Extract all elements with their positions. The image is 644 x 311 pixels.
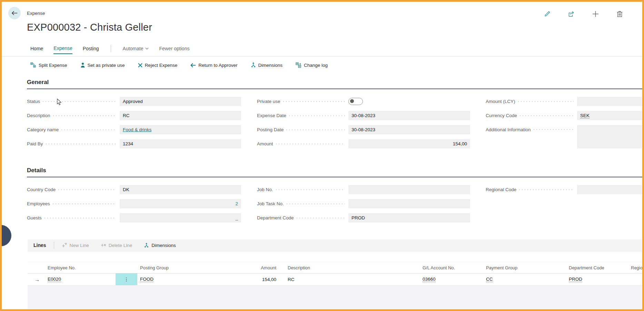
delete-line-button[interactable]: Delete Line bbox=[101, 243, 132, 248]
page-title: EXP000032 - Christa Geller bbox=[27, 22, 152, 33]
cell-description[interactable]: RC bbox=[288, 277, 295, 282]
job-no-field[interactable] bbox=[348, 185, 470, 194]
return-to-approver-button[interactable]: Return to Approver bbox=[190, 63, 237, 68]
additional-information-field[interactable] bbox=[577, 125, 644, 148]
field-employees: Employees 2 bbox=[27, 199, 241, 208]
col-amount[interactable]: Amount bbox=[221, 265, 276, 270]
cell-payment-group[interactable]: CC bbox=[486, 277, 493, 282]
tab-divider bbox=[111, 45, 111, 52]
col-posting-group[interactable]: Posting Group bbox=[140, 265, 169, 270]
tab-automate[interactable]: Automate bbox=[123, 46, 149, 54]
field-regional-code: Regional Code bbox=[486, 185, 644, 194]
lines-grid-gap bbox=[28, 251, 642, 262]
chevron-down-icon bbox=[145, 48, 149, 50]
field-country-code: Country Code DK bbox=[27, 185, 241, 194]
amount-lcy-field[interactable] bbox=[577, 97, 644, 106]
current-row-indicator-icon: → bbox=[34, 277, 40, 282]
field-description: Description RC bbox=[27, 111, 241, 120]
arrow-left-icon bbox=[190, 63, 196, 68]
lines-empty-area bbox=[28, 286, 642, 309]
cell-department-code[interactable]: PROD bbox=[569, 277, 582, 282]
lines-toolbar: Lines New Line Delete Line bbox=[28, 239, 642, 251]
dimensions-icon bbox=[251, 62, 256, 68]
field-additional-information: Additional Information bbox=[486, 125, 644, 148]
back-button[interactable] bbox=[8, 7, 21, 19]
guests-drilldown[interactable]: _ bbox=[235, 215, 238, 220]
field-expense-date: Expense Date 30-08-2023 bbox=[257, 111, 470, 120]
details-section-title: Details bbox=[27, 167, 46, 174]
currency-code-field[interactable]: SEK bbox=[577, 111, 644, 120]
lines-grid-header: Employee No. Posting Group Amount Descri… bbox=[28, 262, 642, 273]
amount-field[interactable]: 154,00 bbox=[348, 139, 470, 148]
employees-drilldown[interactable]: 2 bbox=[235, 201, 238, 206]
tab-posting[interactable]: Posting bbox=[83, 46, 99, 54]
job-task-no-field[interactable] bbox=[348, 199, 470, 208]
currency-code-lookup[interactable]: SEK bbox=[580, 113, 589, 118]
regional-code-field[interactable] bbox=[577, 185, 644, 194]
side-panel-handle[interactable]: ⤢ bbox=[0, 225, 11, 246]
col-department-code[interactable]: Department Code bbox=[569, 265, 604, 270]
cell-employee-no[interactable]: E0020 bbox=[48, 277, 61, 282]
tab-expense[interactable]: Expense bbox=[53, 45, 72, 54]
new-line-icon bbox=[62, 243, 67, 248]
reject-expense-button[interactable]: Reject Expense bbox=[138, 63, 178, 68]
field-category-name: Category name Food & drinks bbox=[27, 125, 241, 134]
field-amount-lcy: Amount (LCY) bbox=[486, 97, 644, 106]
col-gl-account-no[interactable]: G/L Account No. bbox=[423, 265, 455, 270]
dimensions-button[interactable]: Dimensions bbox=[251, 62, 283, 68]
col-payment-group[interactable]: Payment Group bbox=[486, 265, 517, 270]
col-regional-code[interactable]: Regional Code bbox=[631, 265, 644, 270]
change-log-button[interactable]: Change log bbox=[296, 62, 328, 68]
edit-pencil-icon[interactable] bbox=[543, 10, 551, 18]
category-name-field[interactable]: Food & drinks bbox=[120, 125, 241, 134]
private-use-toggle[interactable] bbox=[348, 98, 363, 105]
field-currency-code: Currency Code SEK bbox=[486, 111, 644, 120]
tab-fewer-options[interactable]: Fewer options bbox=[159, 46, 189, 54]
field-job-task-no: Job Task No. bbox=[257, 199, 470, 208]
employees-field[interactable]: 2 bbox=[120, 199, 241, 208]
expense-date-field[interactable]: 30-08-2023 bbox=[348, 111, 470, 120]
share-icon[interactable] bbox=[567, 10, 575, 18]
field-posting-date: Posting Date 30-08-2023 bbox=[257, 125, 470, 134]
general-section-title: General bbox=[27, 79, 49, 85]
cell-posting-group[interactable]: FOOD bbox=[140, 277, 153, 282]
category-name-link[interactable]: Food & drinks bbox=[123, 127, 151, 132]
delete-line-icon bbox=[101, 243, 106, 248]
col-description[interactable]: Description bbox=[288, 265, 310, 270]
cell-amount[interactable]: 154,00 bbox=[221, 277, 276, 282]
add-plus-icon[interactable] bbox=[592, 10, 599, 18]
country-code-field[interactable]: DK bbox=[120, 185, 241, 194]
new-line-button[interactable]: New Line bbox=[62, 243, 89, 248]
split-expense-button[interactable]: Split Expense bbox=[30, 62, 67, 68]
action-bar: Split Expense Set as private use Reject … bbox=[30, 60, 328, 70]
description-field[interactable]: RC bbox=[120, 111, 241, 120]
cell-gl-account-no[interactable]: 03660 bbox=[423, 277, 436, 282]
row-ellipsis-menu[interactable]: ⋮ bbox=[116, 273, 137, 285]
breadcrumb-caption: Expense bbox=[27, 11, 45, 16]
field-private-use: Private use bbox=[257, 97, 470, 106]
field-department-code: Department Code PROD bbox=[257, 213, 470, 222]
field-guests: Guests _ bbox=[27, 213, 241, 222]
change-log-icon bbox=[296, 62, 301, 68]
line-dimensions-button[interactable]: Dimensions bbox=[144, 243, 176, 248]
table-row: → E0020 ⋮ FOOD 154,00 RC 03660 CC PROD bbox=[28, 273, 642, 286]
status-field[interactable]: Approved bbox=[120, 97, 241, 106]
x-cross-icon bbox=[138, 63, 142, 68]
paid-by-field[interactable]: 1234 bbox=[120, 139, 241, 148]
delete-trash-icon[interactable] bbox=[616, 10, 623, 18]
posting-date-field[interactable]: 30-08-2023 bbox=[348, 125, 470, 134]
department-code-field[interactable]: PROD bbox=[348, 213, 470, 222]
lines-title: Lines bbox=[33, 242, 46, 248]
back-arrow-icon bbox=[11, 11, 18, 15]
col-employee-no[interactable]: Employee No. bbox=[48, 265, 76, 270]
dimensions-icon bbox=[144, 243, 149, 248]
tab-home[interactable]: Home bbox=[30, 46, 43, 54]
guests-field[interactable]: _ bbox=[120, 213, 241, 222]
set-private-use-button[interactable]: Set as private use bbox=[80, 62, 125, 68]
ribbon-tabs: Home Expense Posting Automate Fewer opti… bbox=[30, 44, 189, 55]
field-amount: Amount 154,00 bbox=[257, 139, 470, 148]
field-paid-by: Paid By 1234 bbox=[27, 139, 241, 148]
split-expense-icon bbox=[30, 62, 36, 68]
details-section-rule bbox=[27, 177, 642, 177]
lines-toolbar-divider bbox=[54, 242, 54, 249]
